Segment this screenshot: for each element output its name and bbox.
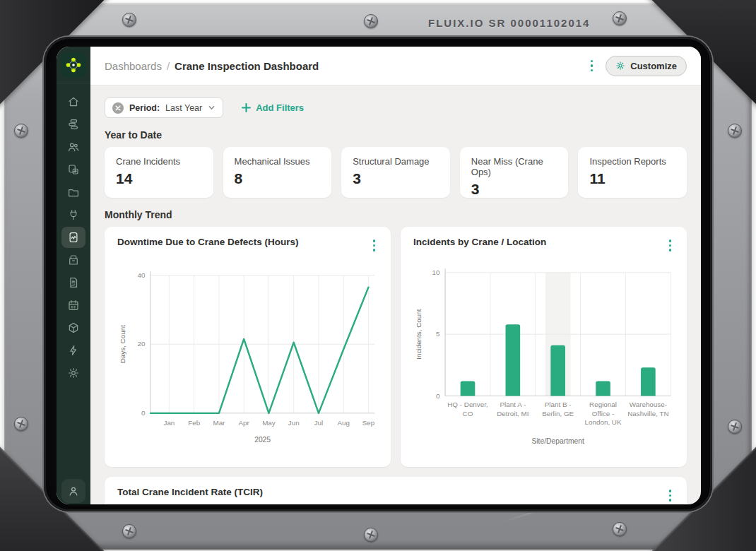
bar[interactable] (641, 367, 656, 396)
breadcrumb: Dashboards / Crane Inspection Dashboard (105, 60, 319, 72)
y-tick-label: 40 (137, 271, 145, 278)
kpi-label: Structural Damage (353, 156, 439, 167)
close-icon (115, 105, 121, 111)
sidebar-item-plug[interactable] (61, 204, 85, 225)
bar[interactable] (550, 345, 565, 396)
plus-icon (242, 103, 251, 112)
y-tick-label: 10 (432, 268, 440, 276)
breadcrumb-dashboards-link[interactable]: Dashboards (105, 60, 162, 72)
kpi-value: 3 (353, 170, 439, 187)
sidebar-item-team[interactable] (61, 136, 85, 158)
screw (14, 124, 28, 138)
screw (122, 524, 136, 538)
sidebar-item-settings[interactable] (61, 362, 85, 384)
line-series (150, 287, 369, 413)
tcir-chart-menu-button[interactable] (666, 487, 675, 504)
automation-icon (67, 344, 80, 357)
x-axis-title: 2025 (254, 436, 271, 444)
section-title-year-to-date: Year to Date (105, 129, 687, 141)
settings-icon (67, 367, 80, 379)
plug-icon (67, 208, 80, 221)
screw (364, 528, 378, 542)
bar[interactable] (506, 324, 521, 396)
kpi-card-mechanical-issues: Mechanical Issues 8 (223, 147, 332, 198)
screw (728, 124, 742, 138)
x-tick-label: Aug (337, 418, 350, 426)
incidents-chart-menu-button[interactable] (666, 237, 675, 254)
fluix-logo-icon (63, 54, 84, 76)
main-area: Dashboards / Crane Inspection Dashboard … (90, 47, 701, 504)
downtime-chart-menu-button[interactable] (370, 237, 379, 254)
chart-title: Incidents by Crane / Location (413, 237, 546, 247)
sidebar-item-automation[interactable] (61, 340, 85, 361)
fluix-logo[interactable] (61, 52, 86, 78)
screw (613, 11, 627, 25)
kpi-value: 8 (235, 170, 321, 187)
page-title: Crane Inspection Dashboard (175, 60, 319, 72)
x-tick-label: RegionalOffice -London, UK (585, 401, 622, 425)
x-tick-label: Plant A -Detroit, MI (497, 401, 528, 417)
incidents-chart-card: Incidents by Crane / Location 0510HQ - D… (401, 227, 687, 467)
remove-filter-button[interactable] (112, 102, 124, 114)
sidebar-item-package[interactable] (61, 317, 85, 338)
add-filters-button[interactable]: Add Filters (242, 102, 304, 113)
sidebar-item-workflows[interactable] (61, 114, 85, 135)
section-title-monthly-trend: Monthly Trend (105, 209, 687, 220)
x-tick-label: Jul (314, 418, 324, 426)
bar[interactable] (461, 381, 476, 396)
x-tick-label: Feb (188, 418, 200, 426)
line-chart: 02040JanFebMarAprMayJunJulAugSep2025Days… (117, 257, 378, 458)
y-tick-label: 5 (436, 330, 440, 338)
sidebar-item-archive[interactable] (61, 249, 85, 271)
tcir-card: Total Crane Incident Rate (TCIR) (105, 477, 687, 504)
chart-title: Downtime Due to Crane Defects (Hours) (117, 237, 299, 247)
kpi-label: Inspection Reports (589, 156, 675, 167)
sidebar-item-copy-export[interactable] (61, 159, 85, 180)
downtime-chart-card: Downtime Due to Crane Defects (Hours) 02… (105, 227, 391, 467)
sidebar-item-document-edit[interactable] (61, 272, 85, 293)
sidebar-item-analytics[interactable] (61, 227, 85, 248)
kpi-value: 3 (471, 181, 557, 198)
x-tick-label: Plant B -Berlin, GE (542, 401, 574, 417)
screw (122, 13, 136, 27)
kpi-card-inspection-reports: Inspection Reports 11 (578, 147, 687, 198)
sidebar-item-account[interactable] (61, 479, 85, 503)
folder-icon (67, 186, 80, 199)
bar[interactable] (596, 381, 610, 396)
y-axis-title: Incidents, Count (415, 309, 423, 359)
sidebar-items (61, 90, 85, 384)
kpi-value: 14 (116, 170, 202, 187)
x-tick-label: Mar (213, 418, 225, 426)
home-icon (67, 95, 80, 108)
kpi-label: Crane Incidents (116, 156, 202, 167)
document-edit-icon (67, 276, 80, 289)
chart-title: Total Crane Incident Rate (TCIR) (117, 487, 263, 497)
screw (14, 417, 28, 431)
workflows-icon (67, 118, 80, 131)
screw (728, 420, 742, 434)
device-brand-label: FLUIX.IO SR 00001102014 (428, 17, 590, 29)
charts-row: Downtime Due to Crane Defects (Hours) 02… (105, 227, 687, 467)
customize-button[interactable]: Customize (606, 56, 687, 76)
kpi-value: 11 (589, 170, 675, 187)
copy-export-icon (67, 163, 80, 176)
filter-label: Period: (129, 103, 160, 113)
kpi-card-near-miss: Near Miss (Crane Ops) 3 (460, 147, 569, 198)
calendar-icon (67, 299, 80, 312)
bar-chart: 0510HQ - Denver,COPlant A -Detroit, MIPl… (413, 257, 674, 458)
period-filter-chip[interactable]: Period: Last Year (105, 97, 223, 118)
y-tick-label: 0 (141, 409, 146, 417)
gear-icon (615, 61, 625, 71)
kpi-card-crane-incidents: Crane Incidents 14 (105, 147, 213, 198)
sidebar (57, 47, 90, 504)
sidebar-item-home[interactable] (61, 91, 85, 112)
x-tick-label: Jun (288, 418, 300, 426)
sidebar-item-folder[interactable] (61, 182, 85, 203)
page-menu-button[interactable] (588, 57, 596, 75)
kpi-card-structural-damage: Structural Damage 3 (341, 147, 450, 198)
kpi-row: Crane Incidents 14 Mechanical Issues 8 S… (105, 147, 687, 198)
kpi-label: Mechanical Issues (235, 156, 321, 167)
sidebar-item-calendar[interactable] (61, 295, 85, 316)
x-axis-title: Site/Department (531, 437, 584, 445)
x-tick-label: Sep (362, 418, 375, 426)
